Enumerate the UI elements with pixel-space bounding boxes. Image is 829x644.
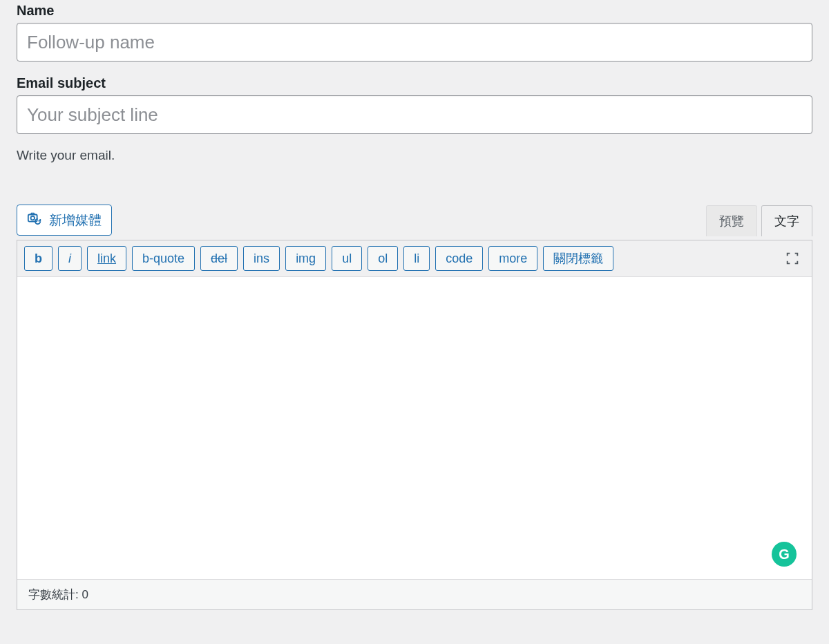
tab-preview[interactable]: 預覽 [706,205,757,236]
help-text: Write your email. [17,148,812,163]
word-count-value: 0 [82,588,88,601]
toolbar-link-button[interactable]: link [87,246,126,271]
email-body-textarea[interactable] [17,277,812,579]
add-media-label: 新增媒體 [49,211,102,229]
toolbar-bold-button[interactable]: b [24,246,53,271]
toolbar-bquote-button[interactable]: b-quote [132,246,195,271]
toolbar-img-button[interactable]: img [285,246,326,271]
toolbar-li-button[interactable]: li [403,246,430,271]
tab-text[interactable]: 文字 [761,205,812,236]
editor-area: G [17,277,812,580]
editor-toolbar: b i link b-quote del ins img ul ol li co… [17,240,812,277]
svg-point-1 [31,216,35,220]
name-label: Name [17,3,812,19]
add-media-button[interactable]: 新增媒體 [17,205,112,236]
email-subject-label: Email subject [17,75,812,91]
toolbar-ul-button[interactable]: ul [332,246,362,271]
toolbar-italic-button[interactable]: i [58,246,82,271]
email-subject-field-group: Email subject [17,75,812,134]
grammarly-icon[interactable]: G [772,542,797,567]
word-count-label: 字數統計: [28,588,82,601]
email-subject-input[interactable] [17,95,812,134]
toolbar-close-tags-button[interactable]: 關閉標籤 [543,246,613,271]
camera-icon [27,211,42,229]
toolbar-ins-button[interactable]: ins [243,246,280,271]
fullscreen-icon[interactable] [784,250,801,267]
toolbar-more-button[interactable]: more [488,246,537,271]
toolbar-del-button[interactable]: del [200,246,238,271]
name-input[interactable] [17,23,812,61]
toolbar-ol-button[interactable]: ol [368,246,398,271]
toolbar-code-button[interactable]: code [435,246,483,271]
editor-status-bar: 字數統計: 0 [17,580,812,609]
editor-container: b i link b-quote del ins img ul ol li co… [17,240,812,610]
name-field-group: Name [17,3,812,61]
editor-tabs: 預覽 文字 [702,205,812,236]
editor-topbar: 新增媒體 預覽 文字 [17,205,812,236]
